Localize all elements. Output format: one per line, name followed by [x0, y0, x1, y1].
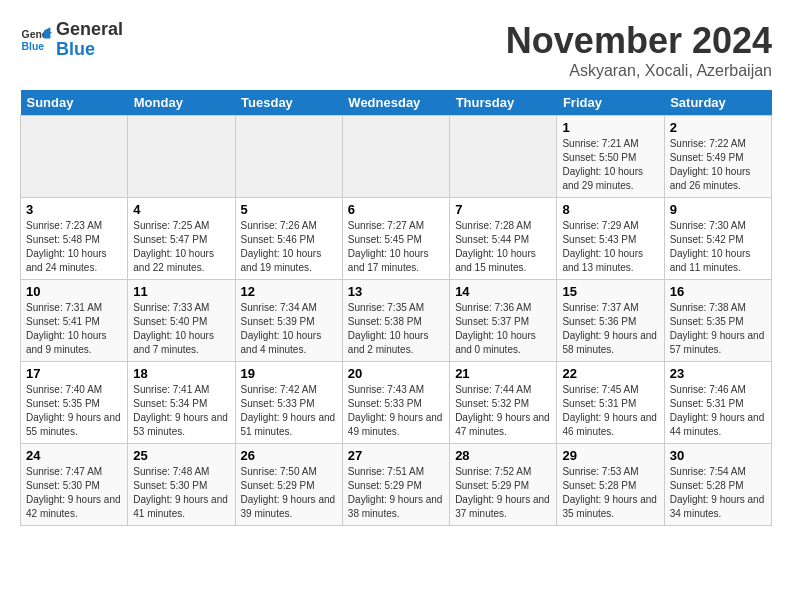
day-number: 8 — [562, 202, 658, 217]
day-info: Sunrise: 7:27 AM Sunset: 5:45 PM Dayligh… — [348, 219, 444, 275]
page-header: General Blue GeneralBlue November 2024 A… — [20, 20, 772, 80]
day-info: Sunrise: 7:43 AM Sunset: 5:33 PM Dayligh… — [348, 383, 444, 439]
logo-icon: General Blue — [20, 24, 52, 56]
week-row-5: 24Sunrise: 7:47 AM Sunset: 5:30 PM Dayli… — [21, 444, 772, 526]
day-info: Sunrise: 7:38 AM Sunset: 5:35 PM Dayligh… — [670, 301, 766, 357]
day-cell: 22Sunrise: 7:45 AM Sunset: 5:31 PM Dayli… — [557, 362, 664, 444]
day-cell — [450, 116, 557, 198]
day-info: Sunrise: 7:45 AM Sunset: 5:31 PM Dayligh… — [562, 383, 658, 439]
day-number: 2 — [670, 120, 766, 135]
day-number: 12 — [241, 284, 337, 299]
day-cell: 30Sunrise: 7:54 AM Sunset: 5:28 PM Dayli… — [664, 444, 771, 526]
day-number: 22 — [562, 366, 658, 381]
day-info: Sunrise: 7:47 AM Sunset: 5:30 PM Dayligh… — [26, 465, 122, 521]
day-number: 21 — [455, 366, 551, 381]
column-header-friday: Friday — [557, 90, 664, 116]
day-info: Sunrise: 7:46 AM Sunset: 5:31 PM Dayligh… — [670, 383, 766, 439]
day-number: 28 — [455, 448, 551, 463]
day-info: Sunrise: 7:36 AM Sunset: 5:37 PM Dayligh… — [455, 301, 551, 357]
week-row-3: 10Sunrise: 7:31 AM Sunset: 5:41 PM Dayli… — [21, 280, 772, 362]
day-info: Sunrise: 7:25 AM Sunset: 5:47 PM Dayligh… — [133, 219, 229, 275]
day-number: 18 — [133, 366, 229, 381]
day-info: Sunrise: 7:48 AM Sunset: 5:30 PM Dayligh… — [133, 465, 229, 521]
calendar-header: SundayMondayTuesdayWednesdayThursdayFrid… — [21, 90, 772, 116]
day-cell: 27Sunrise: 7:51 AM Sunset: 5:29 PM Dayli… — [342, 444, 449, 526]
day-info: Sunrise: 7:41 AM Sunset: 5:34 PM Dayligh… — [133, 383, 229, 439]
day-number: 14 — [455, 284, 551, 299]
day-number: 17 — [26, 366, 122, 381]
day-cell: 26Sunrise: 7:50 AM Sunset: 5:29 PM Dayli… — [235, 444, 342, 526]
calendar-body: 1Sunrise: 7:21 AM Sunset: 5:50 PM Daylig… — [21, 116, 772, 526]
day-number: 10 — [26, 284, 122, 299]
day-info: Sunrise: 7:37 AM Sunset: 5:36 PM Dayligh… — [562, 301, 658, 357]
day-number: 19 — [241, 366, 337, 381]
week-row-2: 3Sunrise: 7:23 AM Sunset: 5:48 PM Daylig… — [21, 198, 772, 280]
day-number: 30 — [670, 448, 766, 463]
day-cell: 16Sunrise: 7:38 AM Sunset: 5:35 PM Dayli… — [664, 280, 771, 362]
svg-text:Blue: Blue — [22, 40, 45, 51]
day-cell: 4Sunrise: 7:25 AM Sunset: 5:47 PM Daylig… — [128, 198, 235, 280]
day-cell: 13Sunrise: 7:35 AM Sunset: 5:38 PM Dayli… — [342, 280, 449, 362]
day-number: 5 — [241, 202, 337, 217]
day-number: 27 — [348, 448, 444, 463]
week-row-1: 1Sunrise: 7:21 AM Sunset: 5:50 PM Daylig… — [21, 116, 772, 198]
day-info: Sunrise: 7:30 AM Sunset: 5:42 PM Dayligh… — [670, 219, 766, 275]
week-row-4: 17Sunrise: 7:40 AM Sunset: 5:35 PM Dayli… — [21, 362, 772, 444]
day-number: 4 — [133, 202, 229, 217]
day-info: Sunrise: 7:34 AM Sunset: 5:39 PM Dayligh… — [241, 301, 337, 357]
day-info: Sunrise: 7:31 AM Sunset: 5:41 PM Dayligh… — [26, 301, 122, 357]
day-cell — [342, 116, 449, 198]
day-number: 1 — [562, 120, 658, 135]
day-cell: 28Sunrise: 7:52 AM Sunset: 5:29 PM Dayli… — [450, 444, 557, 526]
day-number: 24 — [26, 448, 122, 463]
day-info: Sunrise: 7:54 AM Sunset: 5:28 PM Dayligh… — [670, 465, 766, 521]
day-cell — [235, 116, 342, 198]
day-info: Sunrise: 7:51 AM Sunset: 5:29 PM Dayligh… — [348, 465, 444, 521]
column-header-monday: Monday — [128, 90, 235, 116]
day-number: 23 — [670, 366, 766, 381]
day-cell: 3Sunrise: 7:23 AM Sunset: 5:48 PM Daylig… — [21, 198, 128, 280]
day-info: Sunrise: 7:22 AM Sunset: 5:49 PM Dayligh… — [670, 137, 766, 193]
day-cell: 17Sunrise: 7:40 AM Sunset: 5:35 PM Dayli… — [21, 362, 128, 444]
day-info: Sunrise: 7:44 AM Sunset: 5:32 PM Dayligh… — [455, 383, 551, 439]
day-cell: 10Sunrise: 7:31 AM Sunset: 5:41 PM Dayli… — [21, 280, 128, 362]
logo: General Blue GeneralBlue — [20, 20, 123, 60]
day-info: Sunrise: 7:28 AM Sunset: 5:44 PM Dayligh… — [455, 219, 551, 275]
day-cell: 14Sunrise: 7:36 AM Sunset: 5:37 PM Dayli… — [450, 280, 557, 362]
day-cell: 8Sunrise: 7:29 AM Sunset: 5:43 PM Daylig… — [557, 198, 664, 280]
day-number: 3 — [26, 202, 122, 217]
day-cell: 18Sunrise: 7:41 AM Sunset: 5:34 PM Dayli… — [128, 362, 235, 444]
day-cell: 25Sunrise: 7:48 AM Sunset: 5:30 PM Dayli… — [128, 444, 235, 526]
day-number: 29 — [562, 448, 658, 463]
day-cell: 2Sunrise: 7:22 AM Sunset: 5:49 PM Daylig… — [664, 116, 771, 198]
day-number: 7 — [455, 202, 551, 217]
day-number: 16 — [670, 284, 766, 299]
day-info: Sunrise: 7:23 AM Sunset: 5:48 PM Dayligh… — [26, 219, 122, 275]
logo-text: GeneralBlue — [56, 20, 123, 60]
day-cell: 6Sunrise: 7:27 AM Sunset: 5:45 PM Daylig… — [342, 198, 449, 280]
day-info: Sunrise: 7:42 AM Sunset: 5:33 PM Dayligh… — [241, 383, 337, 439]
day-cell: 24Sunrise: 7:47 AM Sunset: 5:30 PM Dayli… — [21, 444, 128, 526]
day-info: Sunrise: 7:26 AM Sunset: 5:46 PM Dayligh… — [241, 219, 337, 275]
day-cell: 29Sunrise: 7:53 AM Sunset: 5:28 PM Dayli… — [557, 444, 664, 526]
day-cell: 7Sunrise: 7:28 AM Sunset: 5:44 PM Daylig… — [450, 198, 557, 280]
day-cell: 9Sunrise: 7:30 AM Sunset: 5:42 PM Daylig… — [664, 198, 771, 280]
day-cell — [128, 116, 235, 198]
day-number: 15 — [562, 284, 658, 299]
day-cell: 12Sunrise: 7:34 AM Sunset: 5:39 PM Dayli… — [235, 280, 342, 362]
day-cell: 21Sunrise: 7:44 AM Sunset: 5:32 PM Dayli… — [450, 362, 557, 444]
day-info: Sunrise: 7:33 AM Sunset: 5:40 PM Dayligh… — [133, 301, 229, 357]
column-header-tuesday: Tuesday — [235, 90, 342, 116]
day-cell: 5Sunrise: 7:26 AM Sunset: 5:46 PM Daylig… — [235, 198, 342, 280]
day-info: Sunrise: 7:53 AM Sunset: 5:28 PM Dayligh… — [562, 465, 658, 521]
day-cell: 11Sunrise: 7:33 AM Sunset: 5:40 PM Dayli… — [128, 280, 235, 362]
title-block: November 2024 Askyaran, Xocali, Azerbaij… — [506, 20, 772, 80]
day-info: Sunrise: 7:52 AM Sunset: 5:29 PM Dayligh… — [455, 465, 551, 521]
day-info: Sunrise: 7:29 AM Sunset: 5:43 PM Dayligh… — [562, 219, 658, 275]
day-cell: 1Sunrise: 7:21 AM Sunset: 5:50 PM Daylig… — [557, 116, 664, 198]
day-info: Sunrise: 7:50 AM Sunset: 5:29 PM Dayligh… — [241, 465, 337, 521]
day-cell: 20Sunrise: 7:43 AM Sunset: 5:33 PM Dayli… — [342, 362, 449, 444]
location: Askyaran, Xocali, Azerbaijan — [506, 62, 772, 80]
day-info: Sunrise: 7:21 AM Sunset: 5:50 PM Dayligh… — [562, 137, 658, 193]
month-title: November 2024 — [506, 20, 772, 62]
